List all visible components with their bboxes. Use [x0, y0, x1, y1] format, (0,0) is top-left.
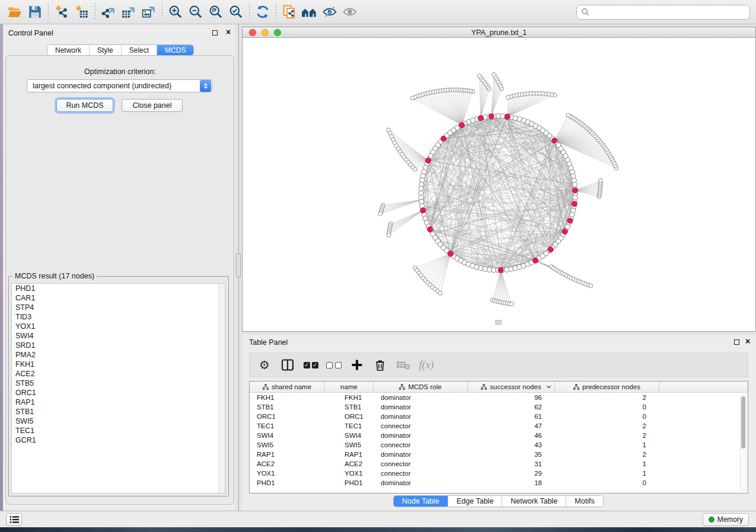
export-network-icon[interactable] — [98, 2, 119, 22]
apply-preferred-layout-icon[interactable] — [253, 2, 273, 22]
tab-network[interactable]: Network — [47, 45, 90, 55]
import-network-icon[interactable] — [52, 2, 72, 22]
split-columns-icon[interactable] — [279, 356, 296, 374]
open-icon[interactable] — [5, 2, 25, 22]
save-icon[interactable] — [25, 2, 45, 22]
bottom-tab-motifs[interactable]: Motifs — [566, 496, 602, 507]
deselect-all-icon[interactable]: ✓✓ — [325, 356, 343, 374]
search-icon — [581, 8, 590, 17]
table-panel-title: Table Panel — [249, 338, 288, 347]
network-window-title: YPA_prune.txt_1 — [243, 28, 755, 37]
mcds-result-item[interactable]: GCR1 — [12, 435, 225, 445]
mcds-result-item[interactable]: PMA2 — [12, 350, 225, 360]
mcds-result-item[interactable]: SWI4 — [12, 331, 225, 341]
zoom-selected-icon[interactable] — [226, 2, 246, 22]
network-window-titlebar[interactable]: YPA_prune.txt_1 — [243, 27, 755, 38]
float-window-icon[interactable] — [734, 339, 739, 345]
zoom-out-icon[interactable] — [186, 2, 206, 22]
column-header-name[interactable]: name — [325, 382, 374, 392]
column-header-predecessor-nodes[interactable]: predecessor nodes — [555, 382, 659, 392]
mcds-result-item[interactable]: YOX1 — [12, 322, 225, 331]
network-canvas[interactable] — [243, 38, 755, 331]
export-table-icon[interactable] — [119, 2, 139, 22]
zoom-fit-icon[interactable] — [206, 2, 226, 22]
settings-icon[interactable]: ⚙ — [256, 356, 273, 374]
mcds-result-item[interactable]: CAR1 — [12, 293, 225, 303]
tab-select[interactable]: Select — [122, 45, 157, 55]
table-row[interactable]: ORC1ORC1dominator610 — [250, 412, 748, 421]
delete-table-icon — [394, 356, 412, 374]
delete-column-icon[interactable] — [371, 356, 389, 374]
select-all-icon[interactable]: ✓✓ — [302, 356, 320, 374]
memory-button[interactable]: Memory — [703, 513, 749, 526]
cell: SWI4 — [325, 431, 374, 440]
criterion-select[interactable]: largest connected component (undirected) — [27, 79, 212, 92]
table-row[interactable]: SWI4SWI4dominator462 — [250, 431, 748, 440]
table-scrollbar-thumb[interactable] — [741, 396, 745, 448]
mcds-result-item[interactable]: ACE2 — [12, 369, 225, 379]
export-image-icon[interactable] — [139, 2, 159, 22]
cell: 46 — [468, 431, 555, 440]
table-row[interactable]: SWI5SWI5connector431 — [250, 440, 748, 450]
mcds-result-item[interactable]: TEC1 — [12, 426, 225, 435]
splitter-handle[interactable] — [236, 254, 241, 277]
mcds-result-item[interactable]: STB5 — [12, 379, 225, 388]
mcds-result-title: MCDS result (17 nodes) — [12, 272, 97, 280]
close-panel-icon[interactable]: × — [226, 27, 231, 37]
table-row[interactable]: ACE2ACE2connector311 — [250, 459, 748, 469]
mcds-result-item[interactable]: PHD1 — [12, 284, 225, 293]
cell: connector — [374, 440, 468, 450]
add-column-icon[interactable] — [348, 356, 366, 374]
close-panel-button[interactable]: Close panel — [122, 99, 183, 112]
hide-selection-icon[interactable] — [320, 2, 340, 22]
table-row[interactable]: TEC1TEC1connector472 — [250, 421, 748, 431]
cell: dominator — [374, 478, 468, 488]
column-header-shared-name[interactable]: shared name — [250, 382, 325, 392]
column-header-filler — [659, 382, 748, 392]
bottom-tab-network-table[interactable]: Network Table — [502, 496, 566, 507]
search-box[interactable] — [576, 5, 750, 20]
status-menu-button[interactable] — [6, 513, 22, 526]
tab-mcds[interactable]: MCDS — [157, 45, 193, 55]
list-scrollbar[interactable] — [218, 284, 225, 493]
mcds-result-item[interactable]: RAP1 — [12, 398, 225, 407]
bottom-tab-node-table[interactable]: Node Table — [394, 496, 448, 507]
cell: dominator — [374, 450, 468, 459]
tab-style[interactable]: Style — [90, 45, 122, 55]
bottom-tab-edge-table[interactable]: Edge Table — [448, 496, 502, 507]
mcds-result-item[interactable]: FKH1 — [12, 360, 225, 369]
desktop-wallpaper-strip — [0, 527, 756, 532]
criterion-value: largest connected component (undirected) — [27, 82, 200, 90]
cell: 62 — [468, 402, 555, 412]
column-header-mcds-role[interactable]: MCDS role — [374, 382, 468, 392]
mcds-result-item[interactable]: SWI5 — [12, 416, 225, 426]
control-panel-title: Control Panel — [8, 29, 53, 37]
first-neighbors-icon[interactable] — [299, 2, 320, 22]
table-row[interactable]: STB1STB1dominator620 — [250, 402, 748, 412]
table-row[interactable]: RAP1RAP1dominator352 — [250, 450, 748, 459]
mcds-result-list[interactable]: PHD1CAR1STP4TID3YOX1SWI4SRD1PMA2FKH1ACE2… — [11, 283, 225, 493]
horizontal-scrollbar-thumb[interactable] — [495, 320, 502, 325]
mcds-result-item[interactable]: ORC1 — [12, 388, 225, 398]
table-scrollbar[interactable] — [740, 394, 747, 492]
node-table[interactable]: shared namenameMCDS rolesuccessor nodesp… — [249, 381, 748, 493]
table-row[interactable]: PHD1PHD1dominator180 — [250, 478, 748, 488]
run-mcds-button[interactable]: Run MCDS — [56, 99, 113, 112]
table-row[interactable]: YOX1YOX1connector291 — [250, 469, 748, 478]
panel-splitter[interactable] — [235, 24, 242, 511]
cell: YOX1 — [325, 469, 374, 478]
float-window-icon[interactable] — [212, 30, 218, 36]
close-panel-icon[interactable]: × — [745, 336, 750, 347]
mcds-result-item[interactable]: STB1 — [12, 407, 225, 416]
mcds-result-item[interactable]: TID3 — [12, 312, 225, 322]
import-table-icon[interactable] — [72, 2, 92, 22]
mcds-result-item[interactable]: SRD1 — [12, 341, 225, 350]
search-input[interactable] — [590, 7, 749, 18]
mcds-result-item[interactable]: STP4 — [12, 303, 225, 312]
zoom-in-icon[interactable] — [165, 2, 186, 22]
new-network-from-selection-icon[interactable] — [279, 2, 299, 22]
table-row[interactable]: FKH1FKH1dominator962 — [250, 393, 748, 402]
cell: TEC1 — [325, 421, 374, 431]
memory-label: Memory — [717, 515, 743, 524]
column-header-successor-nodes[interactable]: successor nodes — [468, 382, 555, 392]
